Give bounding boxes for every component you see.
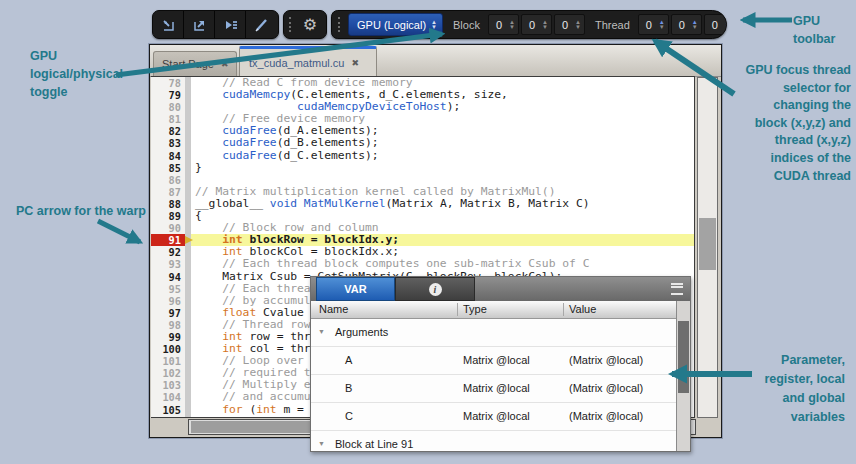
line-number[interactable]: 103 [151,379,185,391]
spinner-arrows-icon[interactable]: ▲▼ [509,20,518,30]
line-number[interactable]: 86 [151,174,185,186]
tab-info[interactable]: i [395,277,475,301]
annotation-line: Parameter, [705,351,845,370]
gutter-margin [185,283,191,295]
variables-scrollbar[interactable] [676,301,690,451]
line-number[interactable]: 104 [151,391,185,403]
thread-value-0: 0 [639,19,659,31]
collapse-triangle-icon[interactable]: ▼ [318,328,325,335]
code-line-88[interactable]: 88__global__ void MatMulKernel(Matrix A,… [151,198,694,210]
column-header-value[interactable]: Value [569,303,596,315]
step-over-button[interactable] [215,11,246,38]
thread-spinners: 0▲▼0▲▼0▲▼ [636,14,727,35]
block-spinner-1[interactable]: 0▲▼ [521,14,552,35]
line-number[interactable]: 81 [151,113,185,125]
annotation-line: selector for [681,80,851,98]
variable-name: B [345,382,352,394]
column-header-name[interactable]: Name [319,303,348,315]
line-number[interactable]: 93 [151,258,185,270]
code-text[interactable]: __global__ void MatMulKernel(Matrix A, M… [191,198,694,210]
line-number[interactable]: 89 [151,210,185,222]
annotation-gpu-toggle: GPUlogical/physicaltoggle [30,47,123,101]
line-number[interactable]: 98 [151,319,185,331]
line-number[interactable]: 80 [151,101,185,113]
code-line-84[interactable]: 84 cudaFree(d_C.elements); [151,150,694,162]
tab-tx-cuda-matmul[interactable]: tx_cuda_matmul.cu ✖ [239,46,377,76]
line-number[interactable]: 106 [151,416,185,418]
step-into-button[interactable] [153,11,184,38]
line-number[interactable]: 95 [151,283,185,295]
line-number[interactable]: 94 [151,271,185,283]
scrollbar-thumb[interactable] [678,321,689,393]
gutter-margin [185,331,191,343]
tab-var[interactable]: VAR [316,277,395,301]
line-number[interactable]: 101 [151,355,185,367]
gutter-margin [185,295,191,307]
edit-pencil-icon [253,17,270,33]
block-spinner-0[interactable]: 0▲▼ [488,14,519,35]
spinner-arrows-icon[interactable]: ▲▼ [575,20,584,30]
toolbar-grip-handle[interactable] [338,17,340,32]
variable-row[interactable]: BMatrix @local(Matrix @local) [311,375,676,403]
gpu-toolbar-step-buttons [152,10,279,39]
line-number[interactable]: 83 [151,137,185,149]
settings-button[interactable]: ⚙ [297,12,323,37]
var-tab-label: VAR [344,283,366,295]
code-text[interactable]: } [191,162,694,174]
line-number[interactable]: 79 [151,89,185,101]
variable-row[interactable]: CMatrix @local(Matrix @local) [311,403,676,431]
block-spinners: 0▲▼0▲▼0▲▼ [486,14,585,35]
code-text[interactable]: cudaFree(d_C.elements); [191,150,694,162]
line-number[interactable]: 91 [151,234,185,246]
gutter-margin [185,271,191,283]
close-icon[interactable]: ✖ [351,58,359,68]
spinner-arrows-icon[interactable]: ▲▼ [692,20,701,30]
gutter-margin [185,101,191,113]
line-number[interactable]: 92 [151,246,185,258]
line-number[interactable]: 96 [151,295,185,307]
code-line-85[interactable]: 85} [151,162,694,174]
column-header-type[interactable]: Type [463,303,487,315]
thread-spinner-2[interactable]: 0▲▼ [704,14,727,35]
annotation-line: indices of the [681,150,851,168]
collapse-triangle-icon[interactable]: ▼ [318,440,325,447]
edit-pencil-button[interactable] [246,11,277,38]
spinner-arrows-icon[interactable]: ▲▼ [659,20,668,30]
line-number[interactable]: 85 [151,162,185,174]
variable-group-row[interactable]: ▼Arguments [311,319,676,347]
spinner-arrows-icon[interactable]: ▲▼ [542,20,551,30]
variable-row[interactable]: AMatrix @local(Matrix @local) [311,347,676,375]
line-number[interactable]: 78 [151,77,185,89]
line-number[interactable]: 82 [151,125,185,137]
thread-spinner-0[interactable]: 0▲▼ [638,14,669,35]
step-out-icon [191,17,208,33]
scrollbar-thumb[interactable] [699,218,716,270]
tab-start-page[interactable]: Start Page ✖ [153,51,237,76]
block-spinner-2[interactable]: 0▲▼ [554,14,585,35]
hamburger-menu-icon[interactable] [671,283,683,295]
line-number[interactable]: 87 [151,186,185,198]
column-divider[interactable] [457,303,458,316]
toolbar-grip-handle[interactable] [289,17,294,32]
variable-group-row[interactable]: ▼Block at Line 91 [311,431,676,451]
gutter-margin [185,77,191,89]
column-divider[interactable] [563,303,564,316]
annotation-line: thread (x,y,z) [681,132,851,150]
step-out-button[interactable] [184,11,215,38]
tab-label: Start Page [162,58,214,70]
line-number[interactable]: 100 [151,343,185,355]
line-number[interactable]: 99 [151,331,185,343]
close-icon[interactable]: ✖ [221,59,229,69]
line-number[interactable]: 97 [151,307,185,319]
gutter-margin [185,198,191,210]
line-number[interactable]: 90 [151,222,185,234]
gutter-margin [185,319,191,331]
dropdown-spinner-icon[interactable]: ▲▼ [426,20,442,30]
line-number[interactable]: 84 [151,150,185,162]
gpu-logical-physical-toggle[interactable]: GPU (Logical) ▲▼ [348,13,443,36]
line-number[interactable]: 88 [151,198,185,210]
line-number[interactable]: 102 [151,367,185,379]
thread-spinner-1[interactable]: 0▲▼ [671,14,702,35]
line-number[interactable]: 105 [151,404,185,416]
spinner-arrows-icon[interactable]: ▲▼ [725,20,727,30]
